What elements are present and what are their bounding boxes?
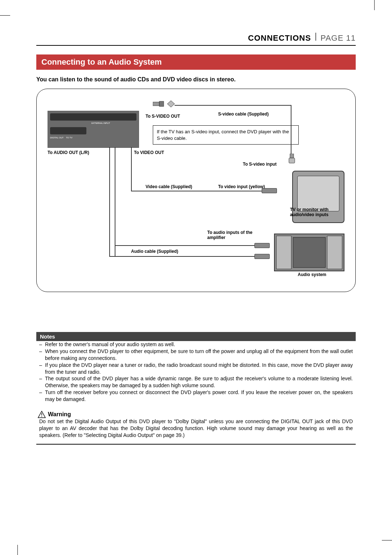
label-to-svideo-input: To S-video input: [243, 162, 277, 167]
notes-heading-row: Notes: [36, 332, 356, 341]
crop-mark: [374, 0, 375, 10]
note-text: Turn off the receiver before you connect…: [45, 389, 353, 403]
svg-rect-0: [153, 102, 159, 106]
footer-rule: [36, 444, 356, 445]
notes-heading-bar: [62, 332, 356, 341]
video-cable-line: [131, 147, 132, 191]
warning-heading-row: Warning: [36, 411, 356, 418]
dvd-rear-panel-illustration: EXTERNAL INPUT DIGITAL OUT TO TV: [48, 111, 139, 148]
bullet-dash-icon: –: [39, 341, 45, 348]
page-word: PAGE: [320, 33, 344, 42]
note-text: The output sound of the DVD player has a…: [45, 375, 353, 389]
video-cable-line: [131, 191, 262, 191]
label-tv: TV or monitor with audio/video inputs: [290, 207, 344, 217]
note-text: When you connect the DVD player to other…: [45, 348, 353, 362]
manual-page: CONNECTIONS PAGE 11 Connecting to an Aud…: [0, 0, 392, 555]
audio-cable-line: [115, 245, 254, 246]
rca-plug-icon: [254, 254, 270, 259]
bullet-dash-icon: –: [39, 375, 45, 389]
section-label: CONNECTIONS: [248, 33, 311, 43]
rca-plug-icon: [262, 188, 277, 193]
panel-label: TO TV: [66, 137, 72, 139]
notes-body: –Refer to the owner's manual of your aud…: [36, 341, 356, 403]
warning-body: Do not set the Digital Audio Output of t…: [36, 418, 356, 439]
page-number: 11: [346, 33, 356, 42]
warning-label: Warning: [48, 411, 71, 418]
header-divider: [315, 33, 316, 41]
note-text: If you place the DVD player near a tuner…: [45, 362, 353, 376]
note-item: –The output sound of the DVD player has …: [39, 375, 353, 389]
crop-mark: [0, 15, 10, 16]
panel-label: EXTERNAL INPUT: [91, 122, 110, 124]
label-to-video-out: To VIDEO OUT: [134, 150, 164, 155]
crop-mark: [17, 545, 18, 555]
section-title: Connecting to an Audio System: [36, 54, 356, 70]
svideo-cable-line: [175, 105, 291, 106]
note-item: –If you place the DVD player near a tune…: [39, 362, 353, 376]
svg-rect-3: [290, 154, 294, 158]
crop-mark: [382, 540, 392, 540]
connection-diagram: EXTERNAL INPUT DIGITAL OUT TO TV To S-VI…: [36, 89, 356, 292]
audio-system-illustration: [274, 234, 344, 271]
panel-label: DIGITAL OUT: [50, 137, 64, 139]
label-audio-system: Audio system: [298, 272, 326, 277]
label-to-svideo-out: To S-VIDEO OUT: [146, 114, 180, 119]
bullet-dash-icon: –: [39, 389, 45, 403]
page-label: PAGE 11: [320, 33, 356, 43]
note-item: –Turn off the receiver before you connec…: [39, 389, 353, 403]
vent-slots-icon: [50, 113, 136, 121]
rca-plug-icon: [254, 243, 270, 248]
vent-slots-icon: [50, 127, 86, 134]
audio-cable-line: [115, 147, 115, 256]
note-item: –When you connect the DVD player to othe…: [39, 348, 353, 362]
label-to-audio-out: To AUDIO OUT (L/R): [48, 150, 89, 155]
label-audio-cable: Audio cable (Supplied): [131, 249, 178, 254]
svg-rect-4: [289, 158, 295, 163]
tv-screen-icon: [297, 176, 339, 211]
note-text: Refer to the owner's manual of your audi…: [45, 341, 175, 348]
svg-point-7: [41, 416, 42, 417]
audio-cable-line: [109, 256, 254, 257]
label-to-audio-inputs: To audio inputs of the amplifier: [207, 230, 258, 240]
amplifier-icon: [293, 237, 326, 268]
svideo-note-box: If the TV has an S-video input, connect …: [153, 125, 299, 145]
label-video-cable: Video cable (Supplied): [146, 184, 192, 189]
page-header: CONNECTIONS PAGE 11: [36, 33, 356, 46]
label-to-video-input: To video input (yellow): [218, 184, 265, 189]
label-svideo-cable: S-video cable (Supplied): [218, 112, 269, 117]
s-video-plug-icon: [153, 100, 175, 108]
svg-marker-2: [167, 101, 175, 107]
s-video-plug-icon: [287, 154, 297, 165]
audio-cable-line: [109, 147, 110, 256]
note-item: –Refer to the owner's manual of your aud…: [39, 341, 353, 348]
speaker-icon: [276, 236, 291, 269]
bullet-dash-icon: –: [39, 362, 45, 376]
intro-text: You can listen to the sound of audio CDs…: [36, 76, 356, 83]
svg-rect-1: [159, 101, 164, 106]
bullet-dash-icon: –: [39, 348, 45, 362]
notes-heading: Notes: [36, 332, 62, 341]
speaker-icon: [327, 236, 342, 269]
warning-triangle-icon: [38, 411, 46, 418]
